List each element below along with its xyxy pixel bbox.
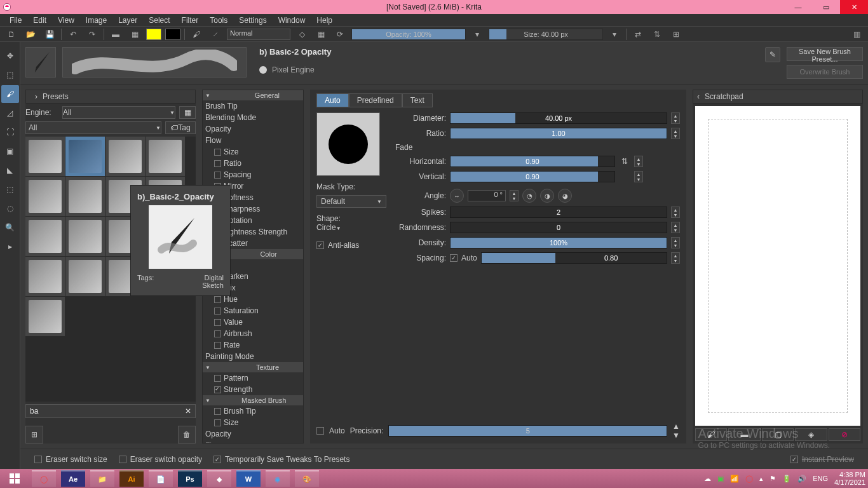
preset-item[interactable] xyxy=(25,137,65,176)
angle-dial[interactable]: ↔ xyxy=(450,189,464,203)
tree-section-general[interactable]: ▼General xyxy=(203,90,303,100)
delete-preset-button[interactable]: 🗑 xyxy=(178,426,196,444)
engine-combo[interactable]: All▼ xyxy=(62,106,175,119)
ratio-slider[interactable]: 1.00 xyxy=(450,128,667,139)
taskbar-app-word[interactable]: W xyxy=(236,470,261,487)
taskbar-app-explorer[interactable]: 📁 xyxy=(90,470,114,487)
overwrite-brush-button[interactable]: Overwrite Brush xyxy=(787,65,863,79)
tree-rate[interactable]: Rate xyxy=(203,339,303,351)
alpha-lock-toggle[interactable]: ▦ xyxy=(313,28,329,41)
preset-item[interactable] xyxy=(146,137,185,176)
shape-combo[interactable]: Circle▼ xyxy=(316,223,386,232)
tray-volume-icon[interactable]: 🔊 xyxy=(797,475,806,483)
taskbar-app-steam[interactable]: ◉ xyxy=(266,470,290,487)
mirror-h-button[interactable]: ⇄ xyxy=(630,28,646,41)
brush-preset-icon[interactable]: 🖌 xyxy=(189,28,204,41)
tree-brush-tip[interactable]: Brush Tip xyxy=(203,100,303,112)
spacing-slider[interactable]: 0.80 xyxy=(481,252,667,264)
blending-mode-dropdown[interactable]: Normal xyxy=(227,29,290,40)
spikes-slider[interactable]: 2 xyxy=(450,207,667,218)
freehand-select-tool[interactable]: ◌ xyxy=(1,200,19,217)
menu-tools[interactable]: Tools xyxy=(204,15,233,26)
scratch-clear-button[interactable]: ◈ xyxy=(795,428,827,441)
preset-item[interactable] xyxy=(65,217,105,256)
tree-size[interactable]: Size xyxy=(203,146,303,158)
menu-view[interactable]: View xyxy=(52,15,80,26)
rect-select-tool[interactable]: ⬚ xyxy=(1,180,19,198)
tree-flow-2[interactable]: Flow xyxy=(203,440,303,444)
tray-lang[interactable]: ENG xyxy=(813,475,828,482)
angle-preset-1[interactable]: ◔ xyxy=(522,189,536,203)
eraser-switch-size-checkbox[interactable]: Eraser switch size xyxy=(34,455,107,464)
clear-filter-icon[interactable]: ✕ xyxy=(185,407,191,416)
tree-opacity-2[interactable]: Opacity xyxy=(203,428,303,440)
taskbar-app-document[interactable]: 📄 xyxy=(149,470,173,487)
spacing-spinner[interactable]: ▲▼ xyxy=(671,252,680,264)
tree-pattern[interactable]: Pattern xyxy=(203,372,303,384)
toolbox-toggle[interactable]: ▸ xyxy=(1,238,19,255)
preset-item[interactable] xyxy=(65,137,105,176)
taskbar-app-inkscape[interactable]: ◆ xyxy=(207,470,231,487)
angle-preset-2[interactable]: ◑ xyxy=(540,189,554,203)
taskbar-app-aftereffects[interactable]: Ae xyxy=(61,470,85,487)
eraser-switch-opacity-checkbox[interactable]: Eraser switch opacity xyxy=(119,455,202,464)
scratch-reset-button[interactable]: ⊘ xyxy=(829,428,860,441)
tree-section-masked[interactable]: ▼Masked Brush xyxy=(203,395,303,405)
tree-blending-mode[interactable]: Blending Mode xyxy=(203,112,303,123)
opacity-slider[interactable]: Opacity: 100% xyxy=(351,29,466,40)
bg-color-swatch[interactable] xyxy=(165,29,180,40)
tray-opera-icon[interactable]: ◯ xyxy=(745,475,753,483)
density-spinner[interactable]: ▲▼ xyxy=(671,237,680,248)
zoom-tool[interactable]: 🔍 xyxy=(1,219,19,236)
window-minimize[interactable]: — xyxy=(784,0,812,14)
tree-ratio[interactable]: Ratio xyxy=(203,158,303,169)
mask-type-combo[interactable]: Default▼ xyxy=(316,195,386,208)
preset-item[interactable] xyxy=(25,177,65,216)
preset-item[interactable] xyxy=(25,217,65,256)
instant-preview-checkbox[interactable]: ✓Instant Preview xyxy=(790,455,854,464)
scratchpad-header[interactable]: ‹Scratchpad xyxy=(693,90,863,104)
wrap-button[interactable]: ⊞ xyxy=(668,28,684,41)
fade-link-icon[interactable]: ⇅ xyxy=(619,157,630,166)
horizontal-spinner[interactable]: ▲▼ xyxy=(634,156,643,167)
line-tool[interactable]: ◿ xyxy=(1,104,19,122)
tree-value[interactable]: Value xyxy=(203,316,303,328)
scratch-gradient-button[interactable]: ▬ xyxy=(728,428,760,441)
menu-filter[interactable]: Filter xyxy=(176,15,205,26)
preset-filter-input[interactable]: ba✕ xyxy=(25,404,196,418)
start-button[interactable] xyxy=(3,470,27,487)
preset-item[interactable] xyxy=(65,257,105,296)
menu-help[interactable]: Help xyxy=(311,15,338,26)
ratio-spinner[interactable]: ▲▼ xyxy=(671,128,680,139)
scratchpad-canvas[interactable] xyxy=(695,106,860,426)
taskbar-app-krita[interactable]: 🎨 xyxy=(295,470,319,487)
save-button[interactable]: 💾 xyxy=(42,28,57,41)
size-slider[interactable]: Size: 40.00 px xyxy=(489,29,603,40)
menu-file[interactable]: File xyxy=(4,15,27,26)
tree-size-2[interactable]: Size xyxy=(203,417,303,428)
menu-image[interactable]: Image xyxy=(80,15,112,26)
angle-input[interactable]: 0 ° xyxy=(468,190,506,201)
opacity-lock[interactable]: ▾ xyxy=(470,28,485,41)
preset-item[interactable] xyxy=(25,257,65,296)
workspace-button[interactable]: ▥ xyxy=(849,28,864,41)
pattern-button[interactable]: ▦ xyxy=(127,28,142,41)
anti-alias-checkbox[interactable]: ✓Anti-alias xyxy=(316,241,386,250)
tray-shield-icon[interactable]: ▣ xyxy=(717,475,724,483)
redo-button[interactable]: ↷ xyxy=(85,28,100,41)
randomness-slider[interactable]: 0 xyxy=(450,222,667,233)
tree-saturation[interactable]: Saturation xyxy=(203,305,303,316)
precision-spinner[interactable]: ▲▼ xyxy=(672,422,680,440)
fg-color-swatch[interactable] xyxy=(146,29,161,40)
taskbar-app-opera[interactable]: ◯ xyxy=(32,470,56,487)
edit-brush-icon[interactable]: ✎ xyxy=(765,47,780,62)
density-slider[interactable]: 100% xyxy=(450,237,667,248)
gradient-button[interactable]: ▬ xyxy=(108,28,123,41)
temp-save-checkbox[interactable]: ✓Temporarily Save Tweaks To Presets xyxy=(214,455,349,464)
preset-item[interactable] xyxy=(25,297,65,336)
tree-spacing[interactable]: Spacing xyxy=(203,169,303,180)
tag-button[interactable]: 🏷 Tag xyxy=(165,121,196,134)
horizontal-slider[interactable]: 0.90 xyxy=(450,156,615,167)
tab-text[interactable]: Text xyxy=(402,93,433,107)
vertical-spinner[interactable]: ▲▼ xyxy=(634,171,643,182)
